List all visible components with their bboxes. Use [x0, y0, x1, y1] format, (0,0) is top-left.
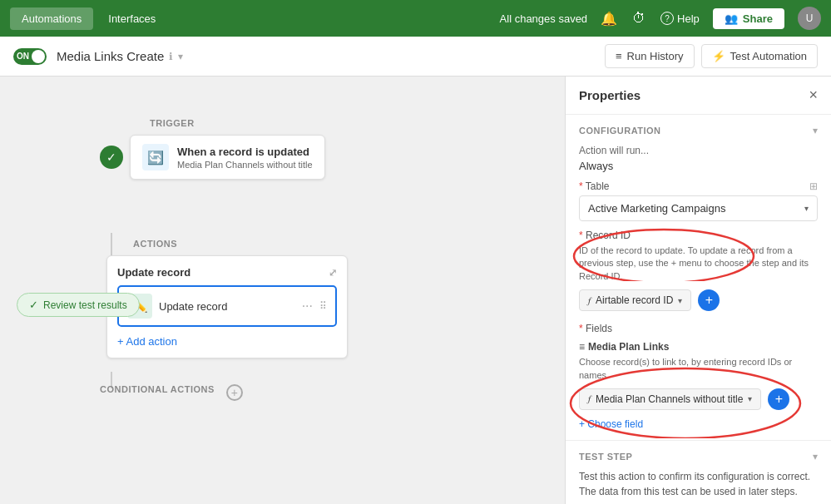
record-id-value: Airtable record ID: [596, 294, 673, 306]
config-heading: CONFIGURATION: [579, 126, 661, 136]
required-star-record: *: [579, 230, 583, 241]
media-field-row: 𝑓 Media Plan Channels without title ▾ +: [579, 388, 818, 410]
link-icon: ≡: [579, 341, 585, 353]
record-id-label-text: Record ID: [586, 230, 631, 241]
record-id-row: 𝑓 Airtable record ID ▾ +: [579, 289, 818, 311]
record-id-label: * Record ID: [579, 230, 818, 241]
test-section: TEST STEP ▾ Test this action to confirm …: [566, 441, 831, 504]
automation-title: Media Links Create ℹ ▾: [57, 49, 183, 63]
media-plan-links-label: ≡ Media Plan Links: [579, 341, 818, 353]
actions-label: ACTIONS: [133, 239, 348, 249]
trigger-card[interactable]: 🔄 When a record is updated Media Plan Ch…: [130, 135, 325, 180]
media-sub-label: Choose record(s) to link to, by entering…: [579, 356, 818, 382]
trigger-icon: 🔄: [142, 144, 169, 170]
test-collapse-icon[interactable]: ▾: [813, 451, 818, 462]
review-check-icon: ✓: [29, 299, 38, 311]
share-button[interactable]: 👥 Share: [713, 8, 784, 29]
caret-icon[interactable]: ▾: [178, 51, 183, 62]
expand-icon[interactable]: ⤢: [329, 267, 337, 279]
run-history-button[interactable]: ≡ Run History: [605, 44, 695, 68]
help-button[interactable]: ? Help: [660, 12, 700, 25]
main-layout: TRIGGER ✓ 🔄 When a record is updated Med…: [0, 77, 831, 504]
nav-tabs: Automations Interfaces: [10, 7, 167, 30]
info-icon[interactable]: ℹ: [169, 51, 173, 62]
config-header: CONFIGURATION ▾: [579, 125, 818, 136]
choose-field-button[interactable]: + Choose field: [579, 418, 818, 430]
toggle-container[interactable]: ON: [13, 48, 47, 65]
required-star-fields: *: [579, 323, 583, 334]
record-id-hint: ID of the record to update. To update a …: [579, 245, 818, 283]
test-heading: TEST STEP: [579, 452, 632, 462]
conditional-section: CONDITIONAL ACTIONS +: [100, 384, 243, 401]
record-id-add-button[interactable]: +: [698, 289, 720, 311]
fields-section: * Fields ≡ Media Plan Links Choose recor…: [579, 323, 818, 430]
review-label: Review test results: [43, 299, 127, 311]
record-id-arrow: ▾: [678, 296, 682, 305]
fields-label-text: Fields: [586, 323, 612, 334]
table-expand-icon[interactable]: ⊞: [809, 180, 818, 192]
media-field-value: Media Plan Channels without title: [596, 393, 743, 405]
question-icon: ?: [660, 12, 674, 25]
automation-name: Media Links Create: [57, 49, 164, 63]
add-action-button[interactable]: + Add action: [117, 335, 337, 348]
share-label: Share: [743, 12, 773, 25]
review-pill[interactable]: ✓ Review test results: [17, 293, 140, 317]
record-id-tag[interactable]: 𝑓 Airtable record ID ▾: [579, 289, 691, 311]
action-card[interactable]: Update record ⤢ ✏️ Update record ··· ⠿ +…: [106, 255, 348, 358]
sub-nav: ON Media Links Create ℹ ▾ ≡ Run History …: [0, 37, 831, 77]
automation-toggle[interactable]: ON: [13, 48, 47, 65]
action-drag-icon[interactable]: ⠿: [319, 300, 327, 312]
close-button[interactable]: ×: [809, 86, 818, 104]
media-field-arrow: ▾: [748, 394, 752, 403]
media-field-icon: 𝑓: [588, 393, 591, 404]
properties-panel: Properties × CONFIGURATION ▾ Action will…: [565, 77, 831, 504]
record-id-formula-icon: 𝑓: [588, 295, 591, 306]
trigger-title: When a record is updated: [177, 146, 313, 158]
media-field-add-button[interactable]: +: [768, 388, 789, 410]
panel-title: Properties: [579, 88, 641, 102]
conditional-label: CONDITIONAL ACTIONS: [100, 384, 215, 394]
trigger-row: ✓ 🔄 When a record is updated Media Plan …: [100, 135, 325, 180]
choose-field-label: + Choose field: [579, 418, 643, 430]
config-collapse-icon[interactable]: ▾: [813, 125, 818, 136]
table-label: * Table ⊞: [579, 180, 818, 192]
table-select[interactable]: Active Marketing Campaigns ▾: [579, 195, 818, 221]
test-header: TEST STEP ▾: [579, 451, 818, 462]
test-automation-label: Test Automation: [730, 50, 808, 62]
nav-tab-automations[interactable]: Automations: [10, 7, 93, 30]
action-will-run-value: Always: [579, 160, 818, 172]
table-label-text: Table: [586, 180, 610, 192]
action-card-title-text: Update record: [117, 266, 190, 279]
canvas: TRIGGER ✓ 🔄 When a record is updated Med…: [0, 77, 565, 504]
nav-right: All changes saved 🔔 ⏱ ? Help 👥 Share U: [500, 7, 821, 30]
media-field-tag[interactable]: 𝑓 Media Plan Channels without title ▾: [579, 388, 761, 410]
fields-label: * Fields: [579, 323, 818, 334]
table-select-arrow: ▾: [804, 204, 809, 213]
help-label: Help: [677, 12, 700, 25]
avatar[interactable]: U: [798, 7, 821, 30]
trigger-subtitle: Media Plan Channels without title: [177, 160, 313, 170]
top-nav: Automations Interfaces All changes saved…: [0, 0, 831, 37]
test-icon: ⚡: [712, 50, 725, 62]
add-conditional-button[interactable]: +: [226, 384, 243, 401]
history-icon[interactable]: ⏱: [631, 10, 647, 27]
saved-text: All changes saved: [500, 12, 588, 25]
test-description: Test this action to confirm its configur…: [579, 469, 818, 499]
nav-tab-interfaces[interactable]: Interfaces: [96, 7, 167, 30]
review-section: ✓ Review test results: [17, 293, 140, 317]
bell-icon[interactable]: 🔔: [601, 10, 617, 27]
trigger-label: TRIGGER: [150, 118, 195, 128]
action-name: Update record: [159, 300, 295, 313]
action-more-icon[interactable]: ···: [302, 299, 313, 314]
action-will-run-label: Action will run...: [579, 145, 818, 156]
test-automation-button[interactable]: ⚡ Test Automation: [701, 44, 819, 68]
media-plan-links-text: Media Plan Links: [588, 341, 669, 353]
configuration-section: CONFIGURATION ▾ Action will run... Alway…: [566, 115, 831, 441]
action-inner[interactable]: ✏️ Update record ··· ⠿: [117, 285, 337, 327]
record-id-field: * Record ID ID of the record to update. …: [579, 230, 818, 311]
run-history-label: Run History: [627, 50, 684, 62]
run-history-icon: ≡: [616, 50, 622, 62]
trigger-check-icon: ✓: [100, 146, 123, 169]
required-star-table: *: [579, 180, 583, 192]
toggle-knob: [32, 50, 45, 63]
